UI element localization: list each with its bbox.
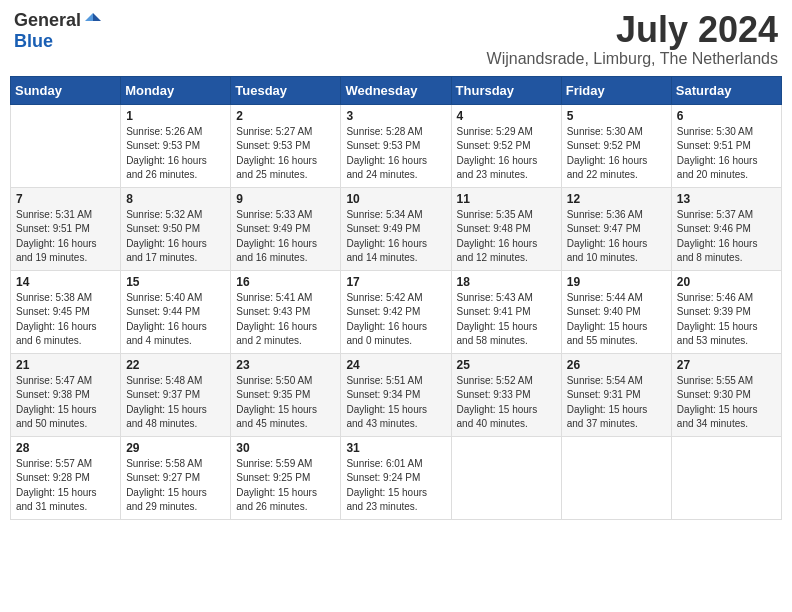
cell-content: Sunrise: 5:26 AMSunset: 9:53 PMDaylight:… bbox=[126, 125, 225, 183]
day-number: 12 bbox=[567, 192, 666, 206]
logo-icon bbox=[83, 11, 103, 31]
day-number: 11 bbox=[457, 192, 556, 206]
cell-content: Sunrise: 5:51 AMSunset: 9:34 PMDaylight:… bbox=[346, 374, 445, 432]
day-number: 25 bbox=[457, 358, 556, 372]
day-number: 6 bbox=[677, 109, 776, 123]
table-row: 22Sunrise: 5:48 AMSunset: 9:37 PMDayligh… bbox=[121, 353, 231, 436]
table-row bbox=[561, 436, 671, 519]
cell-content: Sunrise: 5:41 AMSunset: 9:43 PMDaylight:… bbox=[236, 291, 335, 349]
cell-content: Sunrise: 5:44 AMSunset: 9:40 PMDaylight:… bbox=[567, 291, 666, 349]
table-row: 29Sunrise: 5:58 AMSunset: 9:27 PMDayligh… bbox=[121, 436, 231, 519]
cell-content: Sunrise: 5:35 AMSunset: 9:48 PMDaylight:… bbox=[457, 208, 556, 266]
logo-blue-text: Blue bbox=[14, 31, 53, 52]
table-row: 28Sunrise: 5:57 AMSunset: 9:28 PMDayligh… bbox=[11, 436, 121, 519]
col-saturday: Saturday bbox=[671, 76, 781, 104]
table-row: 12Sunrise: 5:36 AMSunset: 9:47 PMDayligh… bbox=[561, 187, 671, 270]
table-row: 23Sunrise: 5:50 AMSunset: 9:35 PMDayligh… bbox=[231, 353, 341, 436]
cell-content: Sunrise: 5:28 AMSunset: 9:53 PMDaylight:… bbox=[346, 125, 445, 183]
table-row bbox=[11, 104, 121, 187]
cell-content: Sunrise: 5:40 AMSunset: 9:44 PMDaylight:… bbox=[126, 291, 225, 349]
table-row: 16Sunrise: 5:41 AMSunset: 9:43 PMDayligh… bbox=[231, 270, 341, 353]
table-row: 7Sunrise: 5:31 AMSunset: 9:51 PMDaylight… bbox=[11, 187, 121, 270]
cell-content: Sunrise: 5:32 AMSunset: 9:50 PMDaylight:… bbox=[126, 208, 225, 266]
cell-content: Sunrise: 5:46 AMSunset: 9:39 PMDaylight:… bbox=[677, 291, 776, 349]
table-row: 5Sunrise: 5:30 AMSunset: 9:52 PMDaylight… bbox=[561, 104, 671, 187]
cell-content: Sunrise: 5:50 AMSunset: 9:35 PMDaylight:… bbox=[236, 374, 335, 432]
table-row: 17Sunrise: 5:42 AMSunset: 9:42 PMDayligh… bbox=[341, 270, 451, 353]
cell-content: Sunrise: 5:31 AMSunset: 9:51 PMDaylight:… bbox=[16, 208, 115, 266]
table-row: 4Sunrise: 5:29 AMSunset: 9:52 PMDaylight… bbox=[451, 104, 561, 187]
day-number: 13 bbox=[677, 192, 776, 206]
table-row: 18Sunrise: 5:43 AMSunset: 9:41 PMDayligh… bbox=[451, 270, 561, 353]
table-row bbox=[451, 436, 561, 519]
cell-content: Sunrise: 5:55 AMSunset: 9:30 PMDaylight:… bbox=[677, 374, 776, 432]
cell-content: Sunrise: 5:58 AMSunset: 9:27 PMDaylight:… bbox=[126, 457, 225, 515]
cell-content: Sunrise: 5:54 AMSunset: 9:31 PMDaylight:… bbox=[567, 374, 666, 432]
table-row: 8Sunrise: 5:32 AMSunset: 9:50 PMDaylight… bbox=[121, 187, 231, 270]
cell-content: Sunrise: 5:47 AMSunset: 9:38 PMDaylight:… bbox=[16, 374, 115, 432]
table-row: 21Sunrise: 5:47 AMSunset: 9:38 PMDayligh… bbox=[11, 353, 121, 436]
col-tuesday: Tuesday bbox=[231, 76, 341, 104]
logo-general-text: General bbox=[14, 10, 81, 31]
calendar-week-row: 7Sunrise: 5:31 AMSunset: 9:51 PMDaylight… bbox=[11, 187, 782, 270]
day-number: 7 bbox=[16, 192, 115, 206]
calendar-header-row: Sunday Monday Tuesday Wednesday Thursday… bbox=[11, 76, 782, 104]
cell-content: Sunrise: 5:52 AMSunset: 9:33 PMDaylight:… bbox=[457, 374, 556, 432]
cell-content: Sunrise: 5:30 AMSunset: 9:52 PMDaylight:… bbox=[567, 125, 666, 183]
table-row: 26Sunrise: 5:54 AMSunset: 9:31 PMDayligh… bbox=[561, 353, 671, 436]
col-thursday: Thursday bbox=[451, 76, 561, 104]
calendar-table: Sunday Monday Tuesday Wednesday Thursday… bbox=[10, 76, 782, 520]
cell-content: Sunrise: 5:42 AMSunset: 9:42 PMDaylight:… bbox=[346, 291, 445, 349]
table-row: 6Sunrise: 5:30 AMSunset: 9:51 PMDaylight… bbox=[671, 104, 781, 187]
col-wednesday: Wednesday bbox=[341, 76, 451, 104]
calendar-week-row: 21Sunrise: 5:47 AMSunset: 9:38 PMDayligh… bbox=[11, 353, 782, 436]
table-row: 9Sunrise: 5:33 AMSunset: 9:49 PMDaylight… bbox=[231, 187, 341, 270]
col-monday: Monday bbox=[121, 76, 231, 104]
day-number: 1 bbox=[126, 109, 225, 123]
cell-content: Sunrise: 5:38 AMSunset: 9:45 PMDaylight:… bbox=[16, 291, 115, 349]
day-number: 9 bbox=[236, 192, 335, 206]
table-row: 11Sunrise: 5:35 AMSunset: 9:48 PMDayligh… bbox=[451, 187, 561, 270]
cell-content: Sunrise: 5:43 AMSunset: 9:41 PMDaylight:… bbox=[457, 291, 556, 349]
day-number: 19 bbox=[567, 275, 666, 289]
table-row: 1Sunrise: 5:26 AMSunset: 9:53 PMDaylight… bbox=[121, 104, 231, 187]
day-number: 4 bbox=[457, 109, 556, 123]
table-row: 14Sunrise: 5:38 AMSunset: 9:45 PMDayligh… bbox=[11, 270, 121, 353]
col-friday: Friday bbox=[561, 76, 671, 104]
table-row: 27Sunrise: 5:55 AMSunset: 9:30 PMDayligh… bbox=[671, 353, 781, 436]
table-row: 3Sunrise: 5:28 AMSunset: 9:53 PMDaylight… bbox=[341, 104, 451, 187]
day-number: 14 bbox=[16, 275, 115, 289]
calendar-week-row: 14Sunrise: 5:38 AMSunset: 9:45 PMDayligh… bbox=[11, 270, 782, 353]
calendar-week-row: 1Sunrise: 5:26 AMSunset: 9:53 PMDaylight… bbox=[11, 104, 782, 187]
day-number: 16 bbox=[236, 275, 335, 289]
day-number: 22 bbox=[126, 358, 225, 372]
title-block: July 2024 Wijnandsrade, Limburg, The Net… bbox=[487, 10, 778, 68]
table-row: 15Sunrise: 5:40 AMSunset: 9:44 PMDayligh… bbox=[121, 270, 231, 353]
day-number: 21 bbox=[16, 358, 115, 372]
day-number: 20 bbox=[677, 275, 776, 289]
cell-content: Sunrise: 5:34 AMSunset: 9:49 PMDaylight:… bbox=[346, 208, 445, 266]
cell-content: Sunrise: 5:29 AMSunset: 9:52 PMDaylight:… bbox=[457, 125, 556, 183]
cell-content: Sunrise: 5:59 AMSunset: 9:25 PMDaylight:… bbox=[236, 457, 335, 515]
day-number: 2 bbox=[236, 109, 335, 123]
table-row: 10Sunrise: 5:34 AMSunset: 9:49 PMDayligh… bbox=[341, 187, 451, 270]
day-number: 18 bbox=[457, 275, 556, 289]
day-number: 17 bbox=[346, 275, 445, 289]
table-row: 25Sunrise: 5:52 AMSunset: 9:33 PMDayligh… bbox=[451, 353, 561, 436]
day-number: 28 bbox=[16, 441, 115, 455]
day-number: 3 bbox=[346, 109, 445, 123]
table-row: 19Sunrise: 5:44 AMSunset: 9:40 PMDayligh… bbox=[561, 270, 671, 353]
cell-content: Sunrise: 5:37 AMSunset: 9:46 PMDaylight:… bbox=[677, 208, 776, 266]
table-row: 30Sunrise: 5:59 AMSunset: 9:25 PMDayligh… bbox=[231, 436, 341, 519]
cell-content: Sunrise: 5:57 AMSunset: 9:28 PMDaylight:… bbox=[16, 457, 115, 515]
day-number: 31 bbox=[346, 441, 445, 455]
day-number: 24 bbox=[346, 358, 445, 372]
day-number: 15 bbox=[126, 275, 225, 289]
table-row: 24Sunrise: 5:51 AMSunset: 9:34 PMDayligh… bbox=[341, 353, 451, 436]
cell-content: Sunrise: 5:27 AMSunset: 9:53 PMDaylight:… bbox=[236, 125, 335, 183]
day-number: 8 bbox=[126, 192, 225, 206]
table-row: 2Sunrise: 5:27 AMSunset: 9:53 PMDaylight… bbox=[231, 104, 341, 187]
cell-content: Sunrise: 5:33 AMSunset: 9:49 PMDaylight:… bbox=[236, 208, 335, 266]
table-row: 31Sunrise: 6:01 AMSunset: 9:24 PMDayligh… bbox=[341, 436, 451, 519]
day-number: 23 bbox=[236, 358, 335, 372]
